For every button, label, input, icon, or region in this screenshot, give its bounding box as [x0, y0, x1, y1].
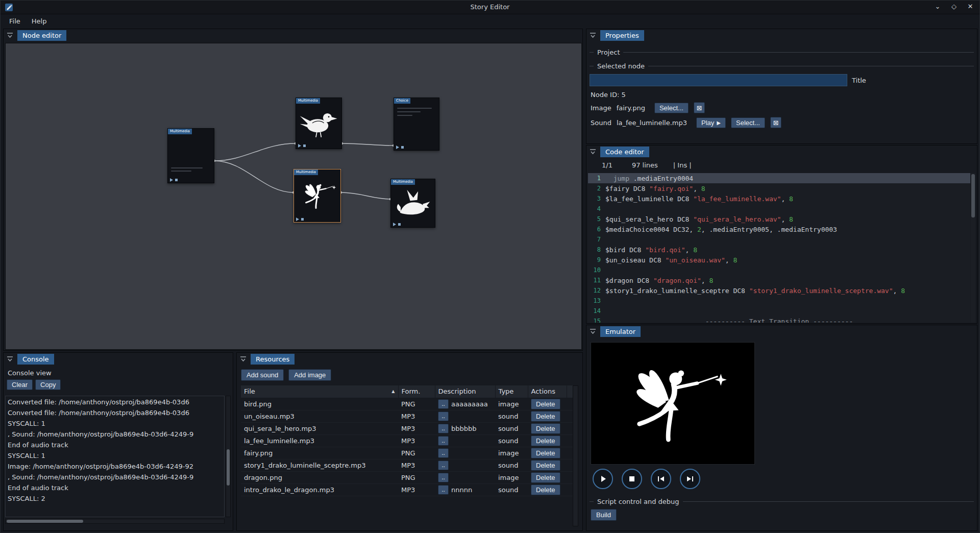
maximize-button[interactable]: ◇	[950, 3, 958, 10]
code-area[interactable]: 1 jump .mediaEntry00042$fairy DC8 "fairy…	[588, 173, 970, 323]
resource-row[interactable]: story1_drako_luminelle_sceptre.mp3MP3..s…	[241, 459, 574, 471]
clear-button[interactable]: Clear	[7, 379, 33, 390]
step-forward-button[interactable]	[680, 469, 700, 489]
console-horizontal-scrollbar[interactable]	[5, 519, 225, 524]
code-line[interactable]: 8$bird DC8 "bird.qoi", 8	[588, 245, 970, 255]
delete-button[interactable]: Delete	[531, 484, 560, 495]
sound-clear-button[interactable]: ⊠	[770, 117, 781, 128]
resource-row[interactable]: un_oiseau.mp3MP3..soundDelete	[241, 410, 574, 422]
image-select-button[interactable]: Select...	[654, 103, 689, 113]
copy-button[interactable]: Copy	[35, 379, 61, 390]
delete-button[interactable]: Delete	[531, 399, 560, 409]
code-line[interactable]: 15 ---------- Text Transition ----------	[588, 316, 970, 323]
node-play-icon[interactable]	[298, 144, 301, 148]
node-play-icon[interactable]	[393, 223, 396, 226]
collapse-icon[interactable]	[589, 32, 597, 39]
column-format[interactable]: Form.	[398, 385, 435, 398]
node-stop-icon[interactable]	[303, 144, 306, 148]
column-type[interactable]: Type	[495, 385, 528, 398]
node-stop-icon[interactable]	[175, 178, 178, 182]
code-line[interactable]: 13	[588, 296, 970, 306]
code-line[interactable]: 14	[588, 306, 970, 316]
menu-help[interactable]: Help	[27, 16, 52, 27]
close-button[interactable]: ✕	[966, 3, 974, 10]
column-file[interactable]: File▲	[241, 385, 398, 398]
emulator-tab[interactable]: Emulator	[600, 326, 641, 337]
sound-select-button[interactable]: Select...	[731, 117, 765, 128]
collapse-icon[interactable]	[239, 355, 247, 363]
code-line[interactable]: 7	[588, 234, 970, 245]
code-line[interactable]: 11$dragon DC8 "dragon.qoi", 8	[588, 275, 970, 285]
node-canvas[interactable]: Multimedia Multimedia	[5, 43, 582, 350]
node-stop-icon[interactable]	[398, 223, 401, 226]
code-line[interactable]: 9$un_oiseau DC8 "un_oiseau.wav", 8	[588, 255, 970, 265]
collapse-icon[interactable]	[6, 355, 14, 363]
resource-row[interactable]: bird.pngPNG..aaaaaaaaaimageDelete	[241, 398, 574, 410]
node-stop-icon[interactable]	[301, 217, 304, 221]
edit-description-button[interactable]: ..	[438, 411, 449, 421]
code-editor-tab[interactable]: Code editor	[600, 147, 649, 157]
console-vertical-scrollbar[interactable]	[226, 396, 231, 517]
resource-row[interactable]: dragon.pngPNG..imageDelete	[241, 471, 574, 483]
edit-description-button[interactable]: ..	[438, 448, 449, 458]
node-play-icon[interactable]	[169, 178, 173, 182]
add-sound-button[interactable]: Add sound	[241, 369, 284, 381]
stop-button[interactable]	[622, 469, 642, 489]
menu-file[interactable]: File	[5, 16, 25, 27]
edit-description-button[interactable]: ..	[438, 424, 449, 433]
node-stop-icon[interactable]	[401, 146, 404, 149]
properties-tab[interactable]: Properties	[600, 30, 644, 41]
delete-button[interactable]: Delete	[531, 423, 560, 434]
delete-button[interactable]: Delete	[531, 448, 560, 458]
code-line[interactable]: 6$mediaChoice0004 DC32, 2, .mediaEntry00…	[588, 224, 970, 234]
delete-button[interactable]: Delete	[531, 460, 560, 471]
column-actions[interactable]: Actions	[528, 385, 567, 398]
resource-row[interactable]: fairy.pngPNG..imageDelete	[241, 447, 574, 459]
scrollbar-thumb[interactable]	[7, 520, 83, 523]
minimize-button[interactable]: ⌄	[934, 3, 942, 10]
resources-tab[interactable]: Resources	[251, 354, 295, 365]
add-image-button[interactable]: Add image	[288, 369, 331, 381]
scrollbar-thumb[interactable]	[227, 449, 230, 486]
node-editor-tab[interactable]: Node editor	[17, 30, 66, 41]
code-line[interactable]: 5$qui_sera_le_hero DC8 "qui_sera_le_hero…	[588, 214, 970, 224]
delete-button[interactable]: Delete	[531, 472, 560, 483]
column-description[interactable]: Description	[435, 385, 495, 398]
resource-row[interactable]: qui_sera_le_hero.mp3MP3..bbbbbbsoundDele…	[241, 422, 574, 434]
node-play-icon[interactable]	[396, 146, 399, 149]
node-start[interactable]: Multimedia	[167, 128, 214, 183]
title-input[interactable]	[590, 74, 847, 86]
collapse-icon[interactable]	[589, 328, 597, 335]
sound-play-button[interactable]: Play▶	[696, 117, 726, 128]
node-dragon[interactable]: Multimedia	[390, 179, 435, 228]
node-bird[interactable]: Multimedia	[296, 98, 342, 149]
build-button[interactable]: Build	[591, 509, 617, 521]
collapse-icon[interactable]	[589, 148, 597, 156]
code-line[interactable]: 3$la_fee_luminelle DC8 "la_fee_luminelle…	[588, 193, 970, 204]
console-tab[interactable]: Console	[17, 354, 54, 365]
code-line[interactable]: 2$fairy DC8 "fairy.qoi", 8	[588, 183, 970, 193]
edit-description-button[interactable]: ..	[438, 436, 449, 446]
code-line[interactable]: 4	[588, 204, 970, 214]
image-clear-button[interactable]: ⊠	[694, 102, 705, 113]
code-scrollbar[interactable]	[971, 173, 975, 323]
delete-button[interactable]: Delete	[531, 411, 560, 422]
edit-description-button[interactable]: ..	[438, 399, 449, 409]
node-play-icon[interactable]	[296, 217, 299, 221]
node-fairy[interactable]: Multimedia	[293, 169, 341, 223]
resources-scrollbar[interactable]	[573, 385, 578, 526]
collapse-icon[interactable]	[6, 32, 14, 39]
scrollbar-thumb[interactable]	[971, 174, 975, 217]
edit-description-button[interactable]: ..	[438, 461, 449, 470]
edit-description-button[interactable]: ..	[438, 485, 449, 495]
titlebar[interactable]: Story Editor ⌄ ◇ ✕	[1, 1, 979, 14]
resource-row[interactable]: la_fee_luminelle.mp3MP3..soundDelete	[241, 434, 574, 447]
code-line[interactable]: 12$story1_drako_luminelle_sceptre DC8 "s…	[588, 285, 970, 296]
step-back-button[interactable]	[651, 469, 671, 489]
edit-description-button[interactable]: ..	[438, 473, 449, 482]
resource-row[interactable]: intro_drako_le_dragon.mp3MP3..nnnnnsound…	[241, 483, 574, 496]
code-line[interactable]: 1 jump .mediaEntry0004	[588, 173, 970, 183]
node-choice[interactable]: Choice	[394, 98, 439, 151]
play-button[interactable]	[593, 469, 613, 489]
delete-button[interactable]: Delete	[531, 435, 560, 446]
